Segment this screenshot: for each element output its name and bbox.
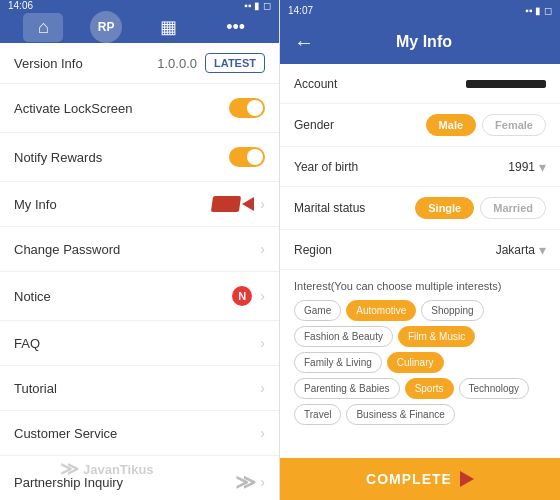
gender-male-button[interactable]: Male bbox=[426, 114, 476, 136]
my-info-arrow-icon bbox=[242, 197, 254, 211]
interest-tag-technology[interactable]: Technology bbox=[459, 378, 530, 399]
notice-item[interactable]: Notice N › bbox=[0, 272, 279, 321]
tutorial-label: Tutorial bbox=[14, 381, 57, 396]
complete-button[interactable]: COMPLETE bbox=[280, 458, 560, 500]
complete-label: COMPLETE bbox=[366, 471, 452, 487]
change-password-label: Change Password bbox=[14, 242, 120, 257]
year-of-birth-label: Year of birth bbox=[294, 160, 364, 174]
interest-tag-shopping[interactable]: Shopping bbox=[421, 300, 483, 321]
right-panel: 14:07 ▪▪ ▮ ◻ ← My Info Account Gender Ma… bbox=[280, 0, 560, 500]
activate-lockscreen-item[interactable]: Activate LockScreen bbox=[0, 84, 279, 133]
interest-title: Interest(You can choose multiple interes… bbox=[294, 280, 546, 292]
year-chevron-icon: ▾ bbox=[539, 159, 546, 175]
time-left: 14:06 bbox=[8, 0, 33, 11]
watermark: ≫ JavanTikus bbox=[60, 458, 154, 480]
interest-tag-parenting-and-babies[interactable]: Parenting & Babies bbox=[294, 378, 400, 399]
change-password-item[interactable]: Change Password › bbox=[0, 227, 279, 272]
my-info-icon bbox=[211, 196, 241, 212]
my-info-chevron: › bbox=[260, 196, 265, 212]
interest-section: Interest(You can choose multiple interes… bbox=[280, 270, 560, 435]
tutorial-chevron: › bbox=[260, 380, 265, 396]
status-icons-right: ▪▪ ▮ ◻ bbox=[525, 5, 552, 16]
region-value: Jakarta bbox=[496, 243, 535, 257]
version-label: Version Info bbox=[14, 56, 83, 71]
interest-tag-fashion-and-beauty[interactable]: Fashion & Beauty bbox=[294, 326, 393, 347]
notice-chevron: › bbox=[260, 288, 265, 304]
rp-icon[interactable]: RP bbox=[90, 11, 122, 43]
gender-label: Gender bbox=[294, 118, 364, 132]
interest-tag-film-and-music[interactable]: Film & Music bbox=[398, 326, 475, 347]
my-info-item[interactable]: My Info › bbox=[0, 182, 279, 227]
store-icon[interactable]: ▦ bbox=[149, 16, 189, 38]
year-of-birth-row[interactable]: Year of birth 1991 ▾ bbox=[280, 147, 560, 187]
region-selector[interactable]: Jakarta ▾ bbox=[496, 242, 546, 258]
marital-selector: Single Married bbox=[415, 197, 546, 219]
change-password-chevron: › bbox=[260, 241, 265, 257]
account-label: Account bbox=[294, 77, 364, 91]
latest-button[interactable]: LATEST bbox=[205, 53, 265, 73]
marital-single-button[interactable]: Single bbox=[415, 197, 474, 219]
partnership-chevron: › bbox=[260, 474, 265, 490]
my-info-label: My Info bbox=[14, 197, 57, 212]
region-label: Region bbox=[294, 243, 364, 257]
interest-tag-travel[interactable]: Travel bbox=[294, 404, 341, 425]
region-chevron-icon: ▾ bbox=[539, 242, 546, 258]
tutorial-item[interactable]: Tutorial › bbox=[0, 366, 279, 411]
faq-label: FAQ bbox=[14, 336, 40, 351]
gender-selector: Male Female bbox=[426, 114, 546, 136]
year-selector[interactable]: 1991 ▾ bbox=[508, 159, 546, 175]
status-bar-left: 14:06 ▪▪ ▮ ◻ bbox=[0, 0, 279, 11]
tags-container: GameAutomotiveShoppingFashion & BeautyFi… bbox=[294, 300, 546, 425]
account-value bbox=[466, 80, 546, 88]
lockscreen-toggle[interactable] bbox=[229, 98, 265, 118]
interest-tag-family-and-living[interactable]: Family & Living bbox=[294, 352, 382, 373]
notify-rewards-item[interactable]: Notify Rewards bbox=[0, 133, 279, 182]
status-icons-left: ▪▪ ▮ ◻ bbox=[244, 0, 271, 11]
customer-service-chevron: › bbox=[260, 425, 265, 441]
left-panel: 14:06 ▪▪ ▮ ◻ ⌂ RP ▦ ••• Version Info 1.0… bbox=[0, 0, 280, 500]
gender-female-button[interactable]: Female bbox=[482, 114, 546, 136]
region-row[interactable]: Region Jakarta ▾ bbox=[280, 230, 560, 270]
complete-arrow-icon bbox=[460, 471, 474, 487]
notify-rewards-label: Notify Rewards bbox=[14, 150, 102, 165]
nav-bar-left: ⌂ RP ▦ ••• bbox=[0, 11, 279, 43]
account-row: Account bbox=[280, 64, 560, 104]
notice-badge: N bbox=[232, 286, 252, 306]
faq-chevron: › bbox=[260, 335, 265, 351]
more-icon[interactable]: ••• bbox=[216, 17, 256, 38]
interest-tag-automotive[interactable]: Automotive bbox=[346, 300, 416, 321]
interest-tag-culinary[interactable]: Culinary bbox=[387, 352, 444, 373]
interest-tag-game[interactable]: Game bbox=[294, 300, 341, 321]
marital-status-row: Marital status Single Married bbox=[280, 187, 560, 230]
faq-item[interactable]: FAQ › bbox=[0, 321, 279, 366]
version-row: Version Info 1.0.0.0 LATEST bbox=[0, 43, 279, 84]
partnership-watermark-icon: ≫ bbox=[235, 470, 256, 494]
time-right: 14:07 bbox=[288, 5, 313, 16]
year-value: 1991 bbox=[508, 160, 535, 174]
notice-label: Notice bbox=[14, 289, 51, 304]
marital-married-button[interactable]: Married bbox=[480, 197, 546, 219]
lockscreen-label: Activate LockScreen bbox=[14, 101, 133, 116]
marital-label: Marital status bbox=[294, 201, 365, 215]
customer-service-label: Customer Service bbox=[14, 426, 117, 441]
page-title: My Info bbox=[326, 33, 546, 51]
interest-tag-business-and-finance[interactable]: Business & Finance bbox=[346, 404, 454, 425]
status-bar-right: 14:07 ▪▪ ▮ ◻ bbox=[280, 0, 560, 20]
form-area: Account Gender Male Female Year of birth… bbox=[280, 64, 560, 500]
nav-bar-right: ← My Info bbox=[280, 20, 560, 64]
interest-tag-sports[interactable]: Sports bbox=[405, 378, 454, 399]
notify-rewards-toggle[interactable] bbox=[229, 147, 265, 167]
customer-service-item[interactable]: Customer Service › bbox=[0, 411, 279, 456]
home-icon[interactable]: ⌂ bbox=[23, 13, 63, 42]
gender-row: Gender Male Female bbox=[280, 104, 560, 147]
back-button[interactable]: ← bbox=[294, 31, 314, 54]
version-number: 1.0.0.0 bbox=[157, 56, 197, 71]
